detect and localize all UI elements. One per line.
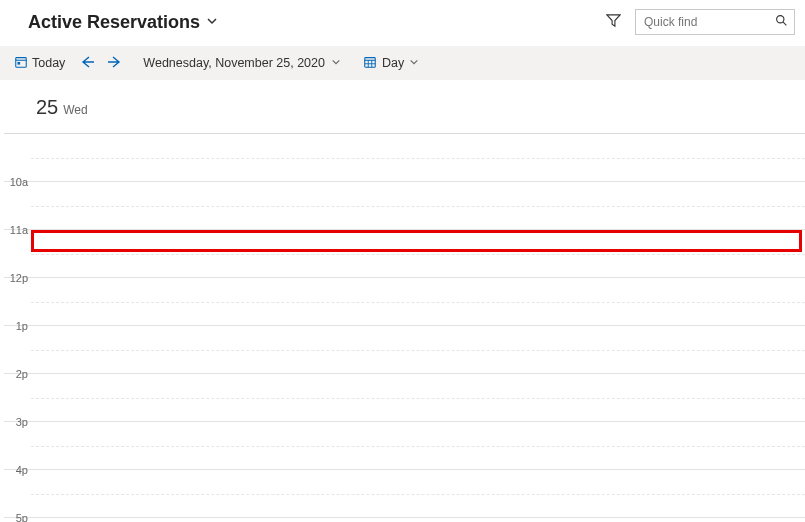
search-input[interactable] bbox=[644, 15, 768, 29]
time-grid: 10a11a12p1p2p3p4p5p bbox=[4, 134, 805, 522]
hour-row: 11a bbox=[4, 230, 805, 278]
arrow-left-icon bbox=[79, 55, 95, 72]
time-slot[interactable] bbox=[31, 278, 805, 325]
hour-row: 10a bbox=[4, 182, 805, 230]
calendar-area: 25 Wed 10a11a12p1p2p3p4p5p bbox=[0, 80, 805, 522]
chevron-down-icon bbox=[409, 56, 419, 70]
view-selector[interactable]: Active Reservations bbox=[28, 12, 218, 33]
hour-label: 12p bbox=[4, 272, 31, 325]
calendar-today-icon bbox=[14, 55, 28, 72]
hour-label: 2p bbox=[4, 368, 31, 421]
svg-rect-5 bbox=[365, 57, 376, 67]
next-button[interactable] bbox=[103, 51, 127, 75]
hour-label: 10a bbox=[4, 176, 31, 229]
calendar-toolbar: Today Wednesday, November 25, 2020 Day bbox=[0, 46, 805, 80]
filter-button[interactable] bbox=[599, 8, 627, 36]
time-slot[interactable] bbox=[31, 230, 805, 277]
time-slot[interactable] bbox=[31, 134, 805, 181]
chevron-down-icon bbox=[331, 56, 341, 70]
chevron-down-icon bbox=[206, 15, 218, 30]
hour-label: 11a bbox=[4, 224, 31, 277]
time-slot[interactable] bbox=[31, 374, 805, 421]
hour-row: 1p bbox=[4, 326, 805, 374]
time-slot[interactable] bbox=[31, 470, 805, 517]
filter-icon bbox=[606, 13, 621, 31]
hour-label: 1p bbox=[4, 320, 31, 373]
day-column-header[interactable]: 25 Wed bbox=[4, 80, 805, 134]
svg-line-1 bbox=[783, 22, 786, 25]
view-mode-selector[interactable]: Day bbox=[357, 52, 425, 75]
calendar-grid-icon bbox=[363, 55, 377, 72]
hour-row: 3p bbox=[4, 422, 805, 470]
hour-row: 2p bbox=[4, 374, 805, 422]
hour-label: 4p bbox=[4, 464, 31, 517]
date-picker[interactable]: Wednesday, November 25, 2020 bbox=[137, 53, 347, 73]
hour-label: 3p bbox=[4, 416, 31, 469]
svg-rect-2 bbox=[16, 57, 27, 67]
hour-row: 5p bbox=[4, 518, 805, 522]
time-slot[interactable] bbox=[31, 518, 805, 522]
time-slot[interactable] bbox=[31, 182, 805, 229]
page-header: Active Reservations bbox=[0, 0, 805, 46]
hour-row: 12p bbox=[4, 278, 805, 326]
today-label: Today bbox=[32, 56, 65, 70]
arrow-right-icon bbox=[107, 55, 123, 72]
prev-button[interactable] bbox=[75, 51, 99, 75]
hour-label bbox=[4, 128, 31, 181]
svg-point-0 bbox=[777, 16, 784, 23]
hour-row bbox=[4, 134, 805, 182]
search-icon[interactable] bbox=[775, 14, 788, 30]
today-button[interactable]: Today bbox=[8, 52, 71, 75]
time-slot[interactable] bbox=[31, 422, 805, 469]
svg-rect-4 bbox=[18, 62, 21, 65]
hour-row: 4p bbox=[4, 470, 805, 518]
day-name: Wed bbox=[63, 103, 87, 117]
time-slot[interactable] bbox=[31, 326, 805, 373]
quick-find-search[interactable] bbox=[635, 9, 795, 35]
day-number: 25 bbox=[36, 96, 58, 119]
hour-label: 5p bbox=[4, 512, 31, 522]
current-date-text: Wednesday, November 25, 2020 bbox=[143, 56, 325, 70]
view-mode-label: Day bbox=[382, 56, 404, 70]
page-title: Active Reservations bbox=[28, 12, 200, 33]
